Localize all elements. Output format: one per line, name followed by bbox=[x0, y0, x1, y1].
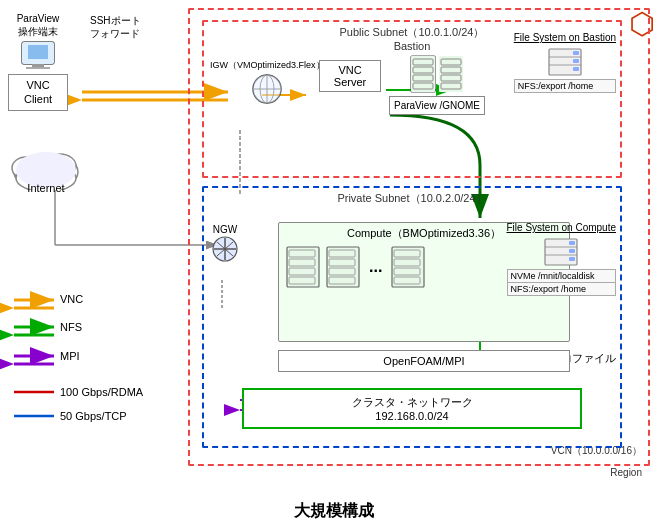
cluster-label: クラスタ・ネットワーク bbox=[249, 395, 575, 410]
paraview-gnome-area: ParaView /GNOME bbox=[389, 54, 485, 115]
legend-mpi: MPI bbox=[60, 350, 80, 362]
page-title: 大規模構成 bbox=[294, 501, 374, 522]
vcn-box: VCN（10.0.0.0/16） Region Public Subnet（10… bbox=[188, 8, 650, 466]
igw-area: IGW（VMOptimized3.Flex） bbox=[210, 60, 325, 106]
vnc-server-box: VNC Server bbox=[319, 60, 381, 92]
svg-rect-77 bbox=[392, 247, 424, 287]
bastion-label: Bastion bbox=[394, 40, 431, 52]
cluster-box: クラスタ・ネットワーク 192.168.0.0/24 bbox=[242, 388, 582, 429]
paraview-client-label: ParaView 操作端末 bbox=[8, 12, 68, 38]
region-label: Region bbox=[610, 467, 642, 478]
compute-label: Compute（BMOptimized3.36） bbox=[347, 226, 501, 241]
paraview-gnome-label: ParaView /GNOME bbox=[389, 96, 485, 115]
svg-rect-61 bbox=[573, 67, 579, 71]
openfoam-box: OpenFOAM/MPI bbox=[278, 350, 570, 372]
svg-rect-33 bbox=[32, 64, 44, 67]
main-container: { "title": "大規模構成", "paraview_client_lab… bbox=[0, 0, 667, 528]
svg-rect-87 bbox=[569, 257, 575, 261]
svg-rect-59 bbox=[573, 51, 579, 55]
vnc-client-box: VNC Client bbox=[8, 74, 68, 111]
svg-rect-72 bbox=[327, 247, 359, 287]
fs-bastion-nfs: NFS:/export /home bbox=[514, 79, 616, 93]
svg-rect-60 bbox=[573, 59, 579, 63]
svg-rect-46 bbox=[411, 56, 435, 92]
legend-tcp: 50 Gbps/TCP bbox=[60, 410, 127, 422]
ssh-label: SSHポート フォワード bbox=[90, 14, 141, 40]
igw-label: IGW（VMOptimized3.Flex） bbox=[210, 60, 325, 72]
cluster-network: 192.168.0.0/24 bbox=[249, 410, 575, 422]
svg-rect-32 bbox=[28, 45, 48, 59]
fs-compute: File System on Compute NVMe /mnit/locald… bbox=[507, 222, 617, 296]
legend-rdma: 100 Gbps/RDMA bbox=[60, 386, 143, 398]
ngw-label: NGW bbox=[210, 224, 240, 235]
legend-vnc: VNC bbox=[60, 293, 83, 305]
public-subnet-box: Public Subnet（10.0.1.0/24） Bastion IGW（V… bbox=[202, 20, 622, 178]
fs-compute-nvme: NVMe /mnit/localdisk bbox=[507, 269, 617, 283]
private-subnet-label: Private Subnet（10.0.2.0/24） bbox=[337, 191, 486, 206]
fs-compute-nfs: NFS:/export /home bbox=[507, 283, 617, 296]
fs-bastion-title: File System on Bastion bbox=[514, 32, 616, 43]
fs-bastion: File System on Bastion NFS:/export /home bbox=[514, 32, 616, 93]
svg-rect-51 bbox=[439, 56, 463, 92]
ngw-area: NGW bbox=[210, 224, 240, 263]
legend-nfs: NFS bbox=[60, 321, 82, 333]
svg-rect-67 bbox=[287, 247, 319, 287]
openfoam-label: OpenFOAM/MPI bbox=[383, 355, 464, 367]
paraview-client-area: ParaView 操作端末 VNC Client bbox=[8, 12, 68, 111]
private-subnet-box: Private Subnet（10.0.2.0/24） NGW Compute（… bbox=[202, 186, 622, 448]
svg-rect-86 bbox=[569, 249, 575, 253]
internet-cloud: Internet bbox=[6, 140, 86, 194]
fs-compute-title: File System on Compute bbox=[507, 222, 617, 233]
public-subnet-label: Public Subnet（10.0.1.0/24） bbox=[340, 25, 485, 40]
server-icons-row: ... bbox=[285, 245, 426, 289]
svg-point-44 bbox=[253, 75, 281, 103]
svg-rect-34 bbox=[26, 67, 50, 69]
svg-rect-85 bbox=[569, 241, 575, 245]
